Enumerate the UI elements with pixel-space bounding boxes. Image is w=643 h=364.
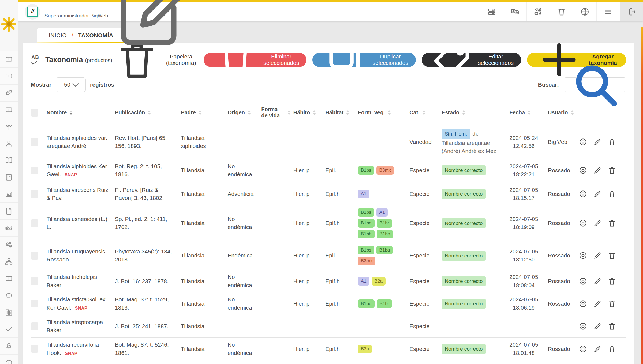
sidebar-item-check[interactable] [0, 321, 18, 338]
page-size-select[interactable]: 50 [56, 77, 86, 92]
cell-cat: Especie [409, 241, 442, 270]
sidebar-item-pine-tree[interactable] [0, 338, 18, 355]
view-row-button[interactable] [578, 219, 588, 228]
view-row-button[interactable] [578, 299, 588, 308]
edit-row-button[interactable] [593, 189, 602, 198]
edit-selected-button[interactable]: Editar seleccionados [422, 53, 521, 67]
menu-button[interactable] [596, 2, 620, 21]
cell-forma-de-vida [261, 338, 293, 360]
sidebar-item-users-gear[interactable] [0, 237, 18, 253]
translate-button[interactable] [503, 2, 526, 21]
edit-row-button[interactable] [593, 137, 602, 147]
view-row-button[interactable] [578, 189, 588, 198]
globe-button[interactable] [573, 2, 596, 21]
sidebar-item-leaf[interactable] [0, 85, 18, 102]
row-checkbox[interactable] [31, 219, 38, 227]
delete-row-button[interactable] [607, 137, 616, 147]
view-row-button[interactable] [578, 344, 588, 354]
edit-profile-icon[interactable] [110, 0, 190, 56]
view-row-button[interactable] [578, 251, 588, 260]
row-checkbox[interactable] [31, 167, 38, 174]
cell-estado: Nombre correcto [442, 292, 509, 315]
delete-row-button[interactable] [607, 277, 616, 286]
delete-row-button[interactable] [607, 251, 616, 260]
cell-cat: Especie [409, 292, 442, 315]
sort-nombre[interactable]: Nombre [47, 110, 73, 116]
scrollbar-strip[interactable] [641, 27, 643, 364]
veg-form-badge: B1br [377, 299, 392, 308]
cell-forma-de-vida [261, 292, 293, 315]
cell-origen: No endémica [228, 338, 261, 360]
select-all-checkbox[interactable] [31, 109, 38, 117]
row-checkbox[interactable] [31, 252, 38, 260]
duplicate-selected-button[interactable]: Duplicar seleccionados [312, 53, 416, 67]
sort-origen[interactable]: Origen [228, 110, 251, 116]
sort-h-bitat[interactable]: Hábitat [325, 110, 349, 116]
sidebar-item-card-plus-3[interactable] [0, 102, 18, 118]
delete-row-button[interactable] [607, 322, 616, 331]
row-checkbox[interactable] [31, 190, 38, 198]
sidebar-item-newspaper[interactable] [0, 186, 18, 203]
sidebar-item-hierarchy[interactable] [0, 253, 18, 270]
search-button[interactable] [569, 58, 622, 111]
sort-cat-[interactable]: Cat. [409, 110, 425, 116]
sort-padre[interactable]: Padre [181, 110, 202, 116]
view-row-button[interactable] [578, 277, 588, 286]
sidebar-item-person[interactable] [0, 135, 18, 152]
sort-estado[interactable]: Estado [442, 110, 465, 116]
sidebar-item-table-layout[interactable] [0, 270, 18, 287]
edit-row-button[interactable] [593, 322, 602, 331]
trash-icon [607, 189, 616, 198]
sidebar-item-book-open[interactable] [0, 152, 18, 169]
sort-publicaci-n[interactable]: Publicación [115, 110, 151, 116]
row-checkbox[interactable] [31, 138, 38, 146]
delete-selected-button[interactable]: Eliminar seleccionados [204, 53, 307, 67]
modules-button[interactable] [480, 2, 503, 21]
sidebar-item-phone[interactable] [0, 287, 18, 304]
sidebar-item-ledger[interactable] [0, 169, 18, 186]
edit-row-button[interactable] [593, 344, 602, 354]
sidebar-item-gallery[interactable] [0, 220, 18, 237]
edit-row-button[interactable] [593, 166, 602, 175]
sidebar-item-sprout[interactable] [0, 118, 18, 135]
cell-fecha: 2024-07-0518:15:17 [509, 183, 548, 205]
pencil-icon [593, 189, 602, 198]
view-row-button[interactable] [578, 137, 588, 147]
sidebar-item-file[interactable] [0, 203, 18, 220]
sidebar-item-buildings[interactable] [0, 304, 18, 321]
sidebar-item-card-plus-2[interactable] [0, 68, 18, 85]
row-checkbox[interactable] [31, 300, 38, 307]
trash-icon [607, 322, 616, 331]
trash-button[interactable] [550, 2, 573, 21]
edit-row-button[interactable] [593, 219, 602, 228]
sidebar-item-circle-plus[interactable] [0, 355, 18, 364]
veg-form-badge: B3mx [376, 166, 394, 175]
row-checkbox[interactable] [31, 322, 38, 330]
logout-button[interactable] [620, 2, 643, 21]
logout-icon [627, 7, 636, 17]
sort-h-bito[interactable]: Hábito [293, 110, 316, 116]
view-row-button[interactable] [578, 322, 588, 331]
row-select-cell [31, 292, 47, 315]
edit-row-button[interactable] [593, 251, 602, 260]
delete-row-button[interactable] [607, 219, 616, 228]
sort-form-veg-[interactable]: Form. veg. [358, 110, 391, 116]
sort-forma-de-vida[interactable]: Forma de vida [261, 106, 291, 119]
row-checkbox[interactable] [31, 345, 38, 353]
delete-row-button[interactable] [607, 166, 616, 175]
delete-row-button[interactable] [607, 299, 616, 308]
edit-row-button[interactable] [593, 277, 602, 286]
trash-icon [607, 277, 616, 286]
row-checkbox[interactable] [31, 277, 38, 285]
delete-row-button[interactable] [607, 344, 616, 354]
sort-usuario[interactable]: Usuario [548, 110, 574, 116]
sort-fecha[interactable]: Fecha [509, 110, 531, 116]
status-badge: Nombre correcto [442, 189, 486, 199]
view-row-button[interactable] [578, 166, 588, 175]
cell-habitat [325, 126, 358, 158]
media-button[interactable] [526, 2, 550, 21]
edit-row-button[interactable] [593, 299, 602, 308]
sidebar-item-card-plus[interactable] [0, 51, 18, 68]
phone-icon [5, 291, 13, 300]
delete-row-button[interactable] [607, 189, 616, 198]
